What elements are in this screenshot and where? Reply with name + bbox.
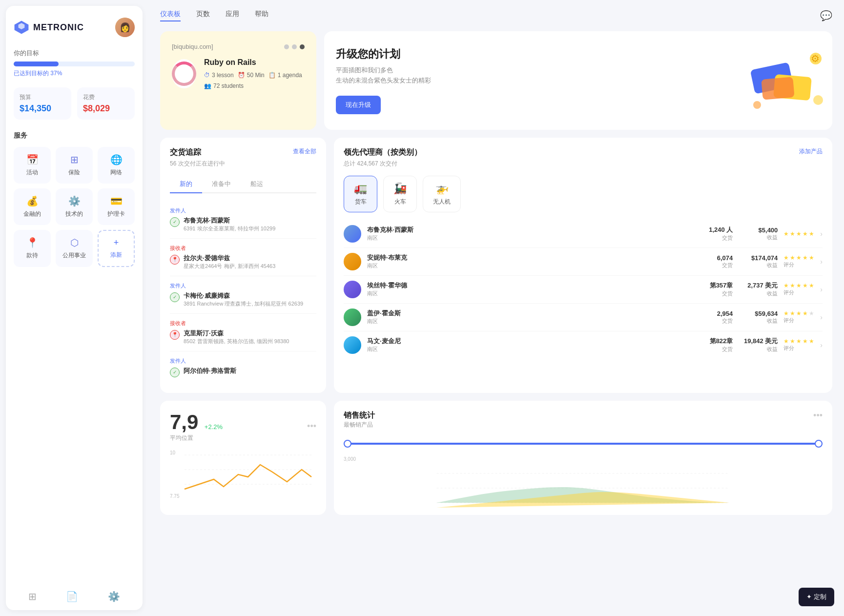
agent-row-2: 安妮特·布莱克 南区 6,074 交货 $174,074 收益 ★ (344, 248, 823, 276)
star-2: ★ (790, 230, 795, 237)
agent-revenue-label-4: 收益 (767, 317, 778, 325)
course-meta: ⏱ 3 lesson ⏰ 50 Min 📋 1 agenda (204, 72, 305, 89)
avatar[interactable]: 👩 (115, 18, 135, 37)
logo-icon (14, 21, 29, 34)
agent-arrow-2[interactable]: › (820, 258, 823, 266)
agent-row-4: 盖伊·霍金斯 南区 2,954 交货 $59,634 收益 ★ ★ (344, 304, 823, 331)
rating-value-group: 7,9 +2.2% (170, 411, 223, 434)
service-tech[interactable]: ⚙️ 技术的 (56, 188, 93, 225)
upgrade-button[interactable]: 现在升级 (336, 96, 381, 114)
svg-text:⚙: ⚙ (811, 53, 820, 64)
service-activity[interactable]: 📅 活动 (14, 147, 51, 184)
view-all-link[interactable]: 查看全部 (293, 147, 316, 156)
agent-revenue-label-2: 收益 (767, 262, 778, 269)
star-3: ★ (796, 230, 802, 237)
agent-info-5: 马文·麦金尼 南区 (367, 337, 693, 353)
tab-preparing[interactable]: 准备中 (202, 176, 241, 193)
truck-icon: 🚛 (354, 182, 367, 195)
add-product-button[interactable]: 添加产品 (799, 147, 823, 156)
delivery-item-2: 接收者 📍 拉尔夫·爱德华兹 星家大道2464号 梅萨, 新泽西州 45463 (170, 239, 316, 276)
stars-5: ★ ★ ★ ★ ★ (783, 338, 814, 345)
clock-icon: ⏰ (238, 72, 245, 79)
star-3: ★ (796, 310, 802, 317)
upgrade-illustration: ⚙ (747, 51, 821, 110)
service-utility[interactable]: ⬡ 公用事业 (56, 230, 93, 267)
nav-pages[interactable]: 页数 (196, 10, 210, 21)
service-add-new[interactable]: + 添新 (98, 230, 135, 267)
nav-help[interactable]: 帮助 (255, 10, 268, 21)
agent-arrow-1[interactable]: › (820, 230, 823, 238)
receiver-label-2: 接收者 (170, 320, 316, 327)
nav-apps[interactable]: 应用 (226, 10, 239, 21)
cat-tab-train[interactable]: 🚂 火车 (383, 176, 417, 212)
layers-icon[interactable]: ⊞ (28, 591, 37, 602)
receiver-label-1: 接收者 (170, 245, 316, 252)
rating-more-icon[interactable]: ••• (307, 421, 316, 431)
service-network[interactable]: 🌐 网络 (98, 147, 135, 184)
add-icon: + (114, 238, 119, 248)
agent-rating-label-3: 评分 (783, 289, 814, 296)
delivery-item-5: 发件人 ✓ 阿尔伯特·弗洛雷斯 (170, 351, 316, 383)
sidebar-header: METRONIC 👩 (14, 18, 135, 37)
course-image (172, 59, 196, 88)
agent-info-3: 埃丝特·霍华德 南区 (367, 281, 693, 297)
upgrade-card: 升级您的计划 平面插图和我们多色 生动的未混合紫色头发女士的精彩 现在升级 (324, 31, 832, 130)
goal-section: 你的目标 已达到目标的 37% (14, 49, 135, 78)
star-1: ★ (783, 282, 789, 289)
cat-tab-truck[interactable]: 🚛 货车 (344, 176, 377, 212)
agent-arrow-3[interactable]: › (820, 286, 823, 293)
agent-arrow-4[interactable]: › (820, 313, 823, 321)
customize-button[interactable]: ✦ 定制 (799, 588, 834, 606)
range-handle-left[interactable] (344, 440, 351, 448)
agent-avatar-4 (344, 308, 361, 326)
agent-name-3: 埃丝特·霍华德 (367, 281, 693, 290)
agent-stat-label-1: 交货 (722, 234, 733, 242)
agent-rating-label-5: 评分 (783, 345, 814, 352)
agent-region-3: 南区 (367, 290, 693, 297)
stars-1: ★ ★ ★ ★ ★ (783, 230, 814, 237)
sales-more-icon[interactable]: ••• (813, 411, 823, 437)
service-card[interactable]: 💳 护理卡 (98, 188, 135, 225)
sales-chart-svg (344, 464, 823, 513)
lessons-meta: ⏱ 3 lesson (204, 72, 234, 79)
agent-arrow-5[interactable]: › (820, 341, 823, 349)
service-finance[interactable]: 💰 金融的 (14, 188, 51, 225)
sales-chart: 3,000 (344, 456, 823, 505)
agent-region-2: 南区 (367, 262, 693, 269)
goal-label: 你的目标 (14, 49, 135, 58)
agent-stat-val-1: 1,240 人 (709, 226, 733, 234)
star-5: ★ (809, 230, 814, 237)
train-icon: 🚂 (393, 182, 407, 195)
agenda-meta: 📋 1 agenda (268, 72, 302, 79)
service-hospitality[interactable]: 📍 款待 (14, 230, 51, 267)
dot-3 (300, 44, 305, 49)
delivery-tabs: 新的 准备中 船运 (170, 176, 316, 193)
agent-revenue-4: $59,634 收益 (739, 310, 778, 325)
agent-stat-1: 1,240 人 交货 (699, 226, 733, 242)
person-row-5: ✓ 阿尔伯特·弗洛雷斯 (170, 367, 316, 377)
document-icon[interactable]: 📄 (66, 591, 78, 602)
star-5: ★ (809, 254, 814, 261)
star-4: ★ (803, 254, 808, 261)
svg-point-5 (813, 95, 823, 105)
utility-label: 公用事业 (62, 251, 86, 260)
nav-dashboard[interactable]: 仪表板 (160, 10, 181, 21)
finance-icon: 💰 (26, 195, 39, 207)
star-1: ★ (783, 310, 789, 317)
person-name-5: 阿尔伯特·弗洛雷斯 (184, 367, 236, 375)
star-5: ★ (809, 310, 814, 317)
insurance-icon: ⊞ (70, 154, 79, 165)
notification-icon[interactable]: 💬 (820, 10, 832, 21)
y-labels: 10 7.75 (170, 450, 179, 499)
settings-icon[interactable]: ⚙️ (108, 591, 120, 602)
tab-shipping[interactable]: 船运 (241, 176, 273, 193)
activity-label: 活动 (26, 168, 38, 177)
tech-icon: ⚙️ (68, 195, 81, 207)
agent-region-5: 南区 (367, 346, 693, 353)
service-insurance[interactable]: ⊞ 保险 (56, 147, 93, 184)
cat-tab-drone[interactable]: 🚁 无人机 (423, 176, 461, 212)
agent-row-3: 埃丝特·霍华德 南区 第357章 交货 2,737 美元 收益 ★ (344, 276, 823, 304)
agent-revenue-val-2: $174,074 (751, 254, 778, 262)
tab-new[interactable]: 新的 (170, 176, 202, 193)
range-handle-right[interactable] (815, 440, 823, 448)
